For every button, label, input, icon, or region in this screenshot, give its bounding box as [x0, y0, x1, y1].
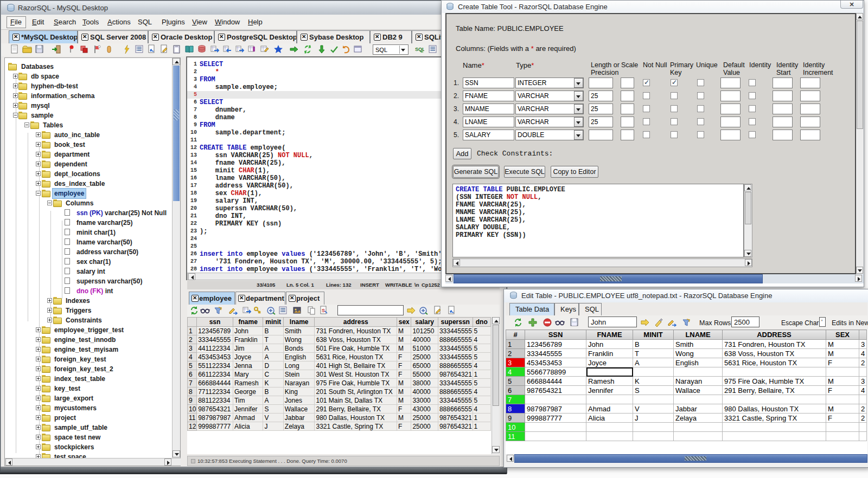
- svg-text:S: S: [322, 308, 325, 313]
